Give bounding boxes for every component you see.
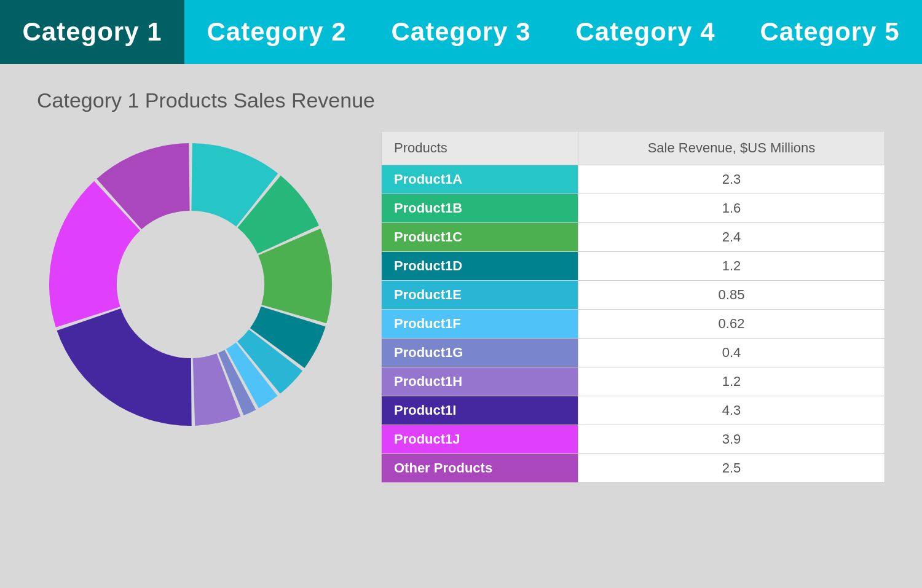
product-label: Product1E [382, 281, 578, 310]
tab-category-4[interactable]: Category 4 [553, 0, 738, 64]
revenue-value: 2.5 [578, 454, 885, 483]
tab-category-3[interactable]: Category 3 [369, 0, 553, 64]
tab-category-2[interactable]: Category 2 [184, 0, 369, 64]
revenue-value: 0.62 [578, 310, 885, 339]
tab-bar: Category 1Category 2Category 3Category 4… [0, 0, 922, 64]
product-label: Product1A [382, 165, 578, 194]
table-row: Product1D1.2 [382, 252, 885, 281]
revenue-value: 0.85 [578, 281, 885, 310]
table-row: Product1I4.3 [382, 396, 885, 425]
revenue-value: 2.3 [578, 165, 885, 194]
table-row: Product1A2.3 [382, 165, 885, 194]
table-row: Product1B1.6 [382, 194, 885, 223]
col-revenue-header: Sale Revenue, $US Millions [578, 131, 885, 165]
revenue-value: 2.4 [578, 223, 885, 252]
revenue-value: 1.6 [578, 194, 885, 223]
table-row: Product1F0.62 [382, 310, 885, 339]
donut-hole [120, 214, 261, 355]
table-row: Other Products2.5 [382, 454, 885, 483]
table-row: Product1G0.4 [382, 339, 885, 367]
table-row: Product1E0.85 [382, 281, 885, 310]
revenue-value: 3.9 [578, 425, 885, 454]
product-label: Product1C [382, 223, 578, 252]
product-label: Other Products [382, 454, 578, 483]
col-products-header: Products [382, 131, 578, 165]
product-label: Product1I [382, 396, 578, 425]
product-label: Product1J [382, 425, 578, 454]
data-table: Products Sale Revenue, $US Millions Prod… [381, 131, 885, 483]
product-label: Product1F [382, 310, 578, 339]
table-row: Product1J3.9 [382, 425, 885, 454]
chart-area: Products Sale Revenue, $US Millions Prod… [37, 131, 885, 483]
content-area: Category 1 Products Sales Revenue Produc… [0, 64, 922, 508]
tab-category-1[interactable]: Category 1 [0, 0, 184, 64]
tab-category-5[interactable]: Category 5 [738, 0, 922, 64]
revenue-value: 1.2 [578, 252, 885, 281]
chart-title: Category 1 Products Sales Revenue [37, 88, 885, 112]
product-label: Product1H [382, 367, 578, 396]
product-label: Product1G [382, 339, 578, 367]
donut-chart [37, 131, 344, 438]
revenue-value: 4.3 [578, 396, 885, 425]
product-label: Product1D [382, 252, 578, 281]
table-row: Product1C2.4 [382, 223, 885, 252]
table-row: Product1H1.2 [382, 367, 885, 396]
revenue-value: 0.4 [578, 339, 885, 367]
product-label: Product1B [382, 194, 578, 223]
revenue-value: 1.2 [578, 367, 885, 396]
